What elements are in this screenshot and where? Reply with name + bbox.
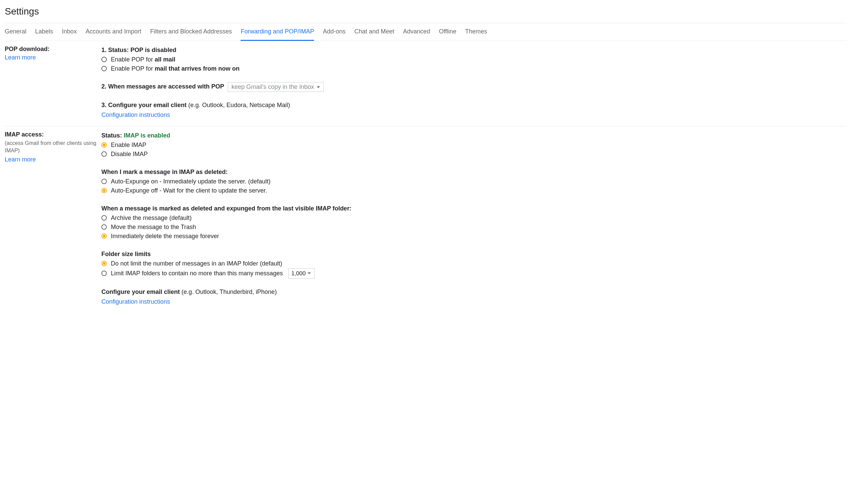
pop-configure-rest: (e.g. Outlook, Eudora, Netscape Mail) (188, 102, 290, 108)
pop-status: 1. Status: POP is disabled (101, 46, 846, 55)
pop-config-instructions-link[interactable]: Configuration instructions (101, 111, 170, 119)
pop-when-accessed-select[interactable]: keep Gmail's copy in the Inbox (228, 82, 324, 92)
imap-configure-bold: Configure your email client (101, 288, 181, 295)
archive-label: Archive the message (default) (111, 214, 192, 222)
tab-offline[interactable]: Offline (439, 23, 457, 40)
pop-enable-all-pre: Enable POP for (111, 56, 155, 63)
tab-accounts[interactable]: Accounts and Import (86, 23, 141, 40)
section-pop: POP download: Learn more 1. Status: POP … (5, 41, 846, 126)
tab-inbox[interactable]: Inbox (62, 23, 77, 40)
imap-learn-more-link[interactable]: Learn more (5, 156, 36, 163)
imap-disable-label: Disable IMAP (111, 150, 148, 159)
radio-delete-forever[interactable] (101, 233, 107, 239)
pop-configure-line: 3. Configure your email client (e.g. Out… (101, 101, 846, 110)
expunge-on-label: Auto-Expunge on - Immediately update the… (111, 177, 270, 186)
pop-enable-now-pre: Enable POP for (111, 65, 155, 72)
tab-labels[interactable]: Labels (35, 23, 53, 40)
pop-heading: POP download: (5, 46, 98, 53)
tab-general[interactable]: General (5, 23, 26, 40)
expunge-off-label: Auto-Expunge off - Wait for the client t… (111, 186, 267, 195)
radio-expunge-off[interactable] (101, 188, 107, 193)
trash-label: Move the message to the Trash (111, 222, 196, 232)
page-title: Settings (5, 3, 846, 23)
delete-forever-label: Immediately delete the message forever (111, 232, 219, 241)
radio-limit[interactable] (101, 271, 107, 276)
no-limit-label: Do not limit the number of messages in a… (111, 259, 282, 268)
imap-status-prefix: Status: (101, 132, 124, 139)
tab-filters[interactable]: Filters and Blocked Addresses (150, 23, 232, 40)
radio-pop-all-mail[interactable] (101, 57, 107, 62)
pop-enable-all-bold: all mail (155, 56, 175, 63)
tab-advanced[interactable]: Advanced (403, 23, 430, 40)
limit-select[interactable]: 1,000 (288, 268, 315, 279)
tab-forwarding[interactable]: Forwarding and POP/IMAP (241, 23, 314, 41)
radio-pop-from-now[interactable] (101, 66, 107, 71)
imap-heading: IMAP access: (5, 131, 98, 138)
radio-archive[interactable] (101, 215, 107, 220)
pop-enable-all-label: Enable POP for all mail (111, 55, 175, 64)
settings-tabs: General Labels Inbox Accounts and Import… (5, 23, 846, 41)
tab-addons[interactable]: Add-ons (323, 23, 345, 40)
imap-config-instructions-link[interactable]: Configuration instructions (101, 298, 170, 305)
tab-chat[interactable]: Chat and Meet (355, 23, 394, 40)
imap-status: Status: IMAP is enabled (101, 131, 846, 141)
pop-status-prefix: 1. Status: (101, 47, 130, 53)
pop-configure-bold: 3. Configure your email client (101, 102, 188, 108)
pop-enable-now-bold: mail that arrives from now on (155, 65, 240, 72)
pop-enable-now-label: Enable POP for mail that arrives from no… (111, 64, 240, 73)
imap-expunged-heading: When a message is marked as deleted and … (101, 204, 846, 214)
folder-heading: Folder size limits (101, 250, 846, 259)
limit-value: 1,000 (291, 269, 306, 278)
limit-label: Limit IMAP folders to contain no more th… (111, 269, 283, 278)
radio-expunge-on[interactable] (101, 179, 107, 184)
section-imap: IMAP access: (access Gmail from other cl… (5, 126, 846, 311)
pop-status-value: POP is disabled (130, 47, 176, 53)
pop-when-accessed-label: 2. When messages are accessed with POP (101, 83, 224, 90)
radio-imap-enable[interactable] (101, 142, 107, 148)
imap-sub: (access Gmail from other clients using I… (5, 140, 98, 155)
imap-configure-line: Configure your email client (e.g. Outloo… (101, 287, 846, 297)
radio-no-limit[interactable] (101, 261, 107, 266)
imap-enable-label: Enable IMAP (111, 141, 146, 150)
pop-when-accessed-value: keep Gmail's copy in the Inbox (231, 84, 314, 91)
tab-themes[interactable]: Themes (465, 23, 487, 40)
imap-status-value: IMAP is enabled (124, 132, 170, 139)
imap-deleted-heading: When I mark a message in IMAP as deleted… (101, 167, 846, 177)
radio-trash[interactable] (101, 224, 107, 230)
pop-learn-more-link[interactable]: Learn more (5, 54, 36, 61)
imap-configure-rest: (e.g. Outlook, Thunderbird, iPhone) (181, 288, 277, 295)
radio-imap-disable[interactable] (101, 151, 107, 157)
